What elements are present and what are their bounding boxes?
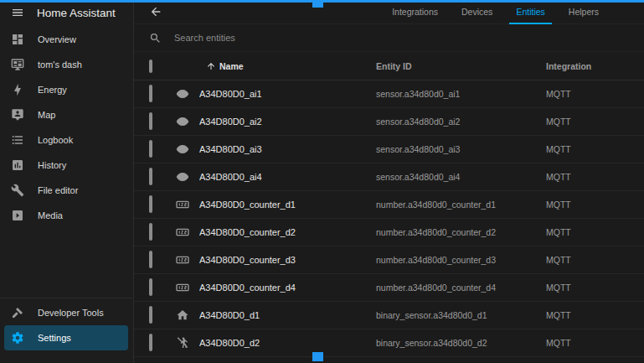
row-checkbox[interactable]: [149, 251, 152, 268]
table-row[interactable]: A34D80D0_counter_d4 number.a34d80d0_coun…: [134, 274, 644, 302]
sidebar-bottom: Developer Tools Settings: [0, 298, 132, 350]
entity-integration: MQTT: [546, 283, 644, 293]
sidebar-item-file-editor[interactable]: File editor: [0, 178, 133, 203]
sidebar-item-label: Developer Tools: [38, 308, 104, 318]
sidebar-item-label: Logbook: [38, 135, 73, 145]
eye-icon: [176, 115, 189, 128]
hammer-icon: [11, 306, 24, 319]
sidebar-nav: Overview tom's dash Energy Map Logbook H…: [0, 25, 133, 228]
tab-entities[interactable]: Entities: [504, 0, 556, 24]
entity-name: A34D80D0_counter_d1: [199, 200, 376, 210]
lightning-bolt-icon: [11, 83, 24, 96]
entity-integration: MQTT: [546, 89, 644, 99]
table-row[interactable]: A34D80D0_ai3 sensor.a34d80d0_ai3 MQTT: [134, 136, 644, 163]
column-header-name[interactable]: Name: [199, 61, 376, 71]
tooltip-account-icon: [11, 108, 24, 122]
sidebar-header: Home Assistant: [0, 0, 133, 25]
search-input[interactable]: [173, 32, 440, 44]
entity-name: A34D80D0_ai3: [199, 144, 376, 154]
tab-devices[interactable]: Devices: [450, 0, 504, 24]
tab-integrations[interactable]: Integrations: [380, 0, 450, 24]
counter-icon: [176, 198, 189, 211]
sidebar-item-label: Energy: [38, 85, 67, 95]
entity-integration: MQTT: [546, 310, 644, 320]
table-row[interactable]: A34D80D0_d2 binary_sensor.a34d80d0_d2 MQ…: [134, 329, 644, 357]
select-all-checkbox[interactable]: [149, 60, 152, 73]
row-checkbox[interactable]: [149, 85, 152, 102]
search-bar: [134, 24, 644, 52]
row-checkbox[interactable]: [149, 334, 152, 351]
play-box-icon: [11, 209, 24, 222]
entity-integration: MQTT: [546, 200, 644, 210]
chart-box-icon: [11, 158, 24, 172]
sidebar-item-history[interactable]: History: [0, 153, 133, 178]
sidebar-item-settings[interactable]: Settings: [4, 325, 128, 350]
back-arrow-icon[interactable]: [149, 5, 162, 18]
entity-id: number.a34d80d0_counter_d4: [376, 283, 546, 293]
entity-id: number.a34d80d0_counter_d1: [376, 200, 546, 210]
row-checkbox[interactable]: [149, 168, 152, 185]
entity-integration: MQTT: [546, 255, 644, 265]
table-row[interactable]: A34D80D0_counter_d2 number.a34d80d0_coun…: [134, 219, 644, 246]
sidebar-item-developer-tools[interactable]: Developer Tools: [0, 300, 132, 325]
eye-icon: [176, 170, 189, 184]
sidebar-item-toms-dash[interactable]: tom's dash: [0, 52, 133, 77]
sidebar-item-logbook[interactable]: Logbook: [0, 127, 133, 153]
entity-id: binary_sensor.a34d80d0_d2: [376, 338, 546, 348]
list-icon: [11, 133, 24, 147]
row-checkbox[interactable]: [149, 112, 152, 130]
sidebar-item-label: Settings: [38, 333, 71, 343]
table-row[interactable]: A34D80D0_counter_d1 number.a34d80d0_coun…: [134, 191, 644, 219]
entity-name: A34D80D0_counter_d2: [199, 227, 376, 237]
column-header-integration[interactable]: Integration: [546, 61, 644, 71]
entity-name: A34D80D0_ai2: [199, 117, 376, 127]
table-row[interactable]: A34D80D0_ai2 sensor.a34d80d0_ai2 MQTT: [134, 108, 644, 136]
sidebar-item-media[interactable]: Media: [0, 203, 133, 228]
entity-id: number.a34d80d0_counter_d2: [376, 227, 546, 237]
app-title: Home Assistant: [37, 7, 116, 19]
row-checkbox[interactable]: [149, 278, 152, 296]
home-icon: [176, 309, 189, 322]
eye-icon: [176, 87, 189, 101]
entity-id: number.a34d80d0_counter_d3: [376, 255, 546, 265]
sidebar-item-label: File editor: [38, 185, 78, 195]
table-header: Name Entity ID Integration: [134, 52, 644, 80]
entity-name: A34D80D0_counter_d3: [199, 255, 376, 265]
sidebar-item-energy[interactable]: Energy: [0, 77, 133, 102]
eye-icon: [176, 143, 189, 156]
top-toolbar: Integrations Devices Entities Helpers: [134, 0, 644, 24]
main-content: Integrations Devices Entities Helpers Na…: [134, 0, 644, 363]
column-header-entity-id[interactable]: Entity ID: [376, 61, 546, 71]
entity-id: sensor.a34d80d0_ai2: [376, 117, 546, 127]
entity-integration: MQTT: [546, 144, 644, 154]
entity-id: binary_sensor.a34d80d0_d1: [376, 310, 546, 320]
table-row[interactable]: A34D80D0_ai4 sensor.a34d80d0_ai4 MQTT: [134, 163, 644, 191]
sidebar-item-label: Overview: [38, 34, 76, 44]
entity-integration: MQTT: [546, 338, 644, 348]
tab-helpers[interactable]: Helpers: [557, 0, 611, 24]
menu-icon[interactable]: [11, 6, 24, 19]
wrench-icon: [11, 184, 24, 197]
row-checkbox[interactable]: [149, 140, 152, 158]
sidebar-item-label: tom's dash: [38, 60, 82, 70]
walk-off-icon: [176, 336, 189, 350]
table-row[interactable]: A34D80D0_ai1 sensor.a34d80d0_ai1 MQTT: [134, 80, 644, 108]
gear-icon: [11, 331, 24, 345]
table-row[interactable]: A34D80D0_counter_d3 number.a34d80d0_coun…: [134, 246, 644, 274]
entity-id: sensor.a34d80d0_ai3: [376, 144, 546, 154]
sidebar-item-label: Media: [38, 210, 63, 220]
table-row[interactable]: A34D80D0_d1 binary_sensor.a34d80d0_d1 MQ…: [134, 302, 644, 329]
entity-name: A34D80D0_ai4: [199, 172, 376, 182]
sidebar-item-map[interactable]: Map: [0, 102, 133, 127]
entity-name: A34D80D0_d1: [199, 310, 376, 320]
row-checkbox[interactable]: [149, 195, 152, 213]
row-checkbox[interactable]: [149, 223, 152, 241]
selection-handle-top[interactable]: [312, 0, 323, 8]
entity-name: A34D80D0_counter_d4: [199, 283, 376, 293]
row-checkbox[interactable]: [149, 306, 152, 324]
sidebar-item-overview[interactable]: Overview: [0, 27, 133, 52]
counter-icon: [176, 281, 189, 294]
sort-asc-icon: [206, 61, 216, 71]
sidebar: Home Assistant Overview tom's dash Energ…: [0, 0, 134, 363]
selection-handle-bottom[interactable]: [312, 352, 323, 361]
